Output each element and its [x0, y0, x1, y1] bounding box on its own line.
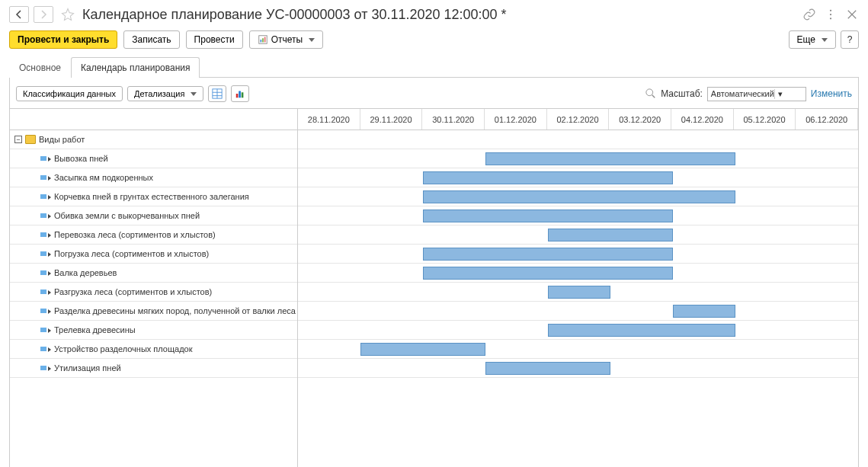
task-row[interactable]: Засыпка ям подкоренных	[10, 168, 297, 187]
svg-point-0	[830, 10, 831, 11]
svg-rect-11	[236, 94, 239, 98]
more-button[interactable]: Еще	[789, 30, 836, 49]
task-label: Разделка древесины мягких пород, получен…	[54, 306, 296, 315]
report-icon	[258, 34, 268, 45]
task-row[interactable]: Валка деревьев	[10, 264, 297, 283]
svg-rect-13	[242, 92, 244, 98]
zoom-icon[interactable]	[645, 88, 656, 99]
date-header-cell: 06.12.2020	[796, 109, 858, 130]
chart-row	[298, 283, 858, 302]
chart-row	[298, 245, 858, 264]
task-row[interactable]: Обивка земли с выкорчеванных пней	[10, 206, 297, 226]
task-icon	[40, 212, 51, 219]
classification-button[interactable]: Классификация данных	[16, 86, 123, 101]
reports-button[interactable]: Отчеты	[249, 30, 323, 49]
date-header-cell: 03.12.2020	[609, 109, 671, 130]
task-icon	[40, 231, 51, 238]
nav-back-button[interactable]	[9, 6, 29, 23]
svg-line-15	[652, 95, 655, 98]
task-label: Перевозка леса (сортиментов и хлыстов)	[54, 230, 216, 239]
task-icon	[40, 155, 51, 162]
task-icon	[40, 307, 51, 315]
chart-icon	[235, 88, 245, 99]
change-link[interactable]: Изменить	[811, 88, 852, 99]
task-icon	[40, 345, 51, 353]
gantt-bar[interactable]	[485, 362, 610, 375]
gantt-bar[interactable]	[423, 210, 673, 222]
date-header-cell: 02.12.2020	[547, 109, 610, 130]
svg-point-2	[830, 18, 831, 19]
task-label: Валка деревьев	[54, 268, 117, 277]
nav-forward-button[interactable]	[34, 6, 53, 23]
chevron-down-icon: ▾	[774, 89, 802, 99]
chart-row	[298, 302, 858, 321]
task-label: Устройство разделочных площадок	[54, 344, 193, 353]
task-row[interactable]: Разгрузка леса (сортиментов и хлыстов)	[10, 283, 297, 302]
date-header-cell: 28.11.2020	[298, 109, 360, 130]
chart-row	[298, 187, 858, 206]
table-view-button[interactable]	[208, 85, 226, 102]
task-row[interactable]: Корчевка пней в грунтах естественного за…	[10, 187, 297, 206]
task-icon	[40, 250, 51, 257]
date-header-cell: 04.12.2020	[671, 109, 734, 130]
gantt-bar[interactable]	[423, 171, 673, 184]
task-row[interactable]: Погрузка леса (сортиментов и хлыстов)	[10, 245, 297, 264]
gantt-bar[interactable]	[360, 343, 485, 356]
svg-rect-4	[260, 40, 261, 43]
gantt-bar[interactable]	[548, 286, 610, 299]
svg-point-14	[646, 89, 653, 96]
task-label: Корчевка пней в грунтах естественного за…	[54, 192, 249, 201]
task-row[interactable]: Вывозка пней	[10, 149, 297, 168]
gantt-bar[interactable]	[548, 229, 673, 241]
detail-button[interactable]: Детализация	[127, 86, 203, 101]
chart-row	[298, 149, 858, 168]
tab-calendar[interactable]: Календарь планирования	[71, 57, 200, 78]
svg-rect-5	[262, 38, 264, 42]
page-title: Календарное планирование УС-00000003 от …	[82, 7, 798, 23]
svg-rect-6	[264, 37, 265, 43]
chart-row	[298, 264, 858, 283]
arrow-left-icon	[14, 10, 24, 19]
gantt-bar[interactable]	[423, 267, 673, 280]
link-icon[interactable]	[802, 8, 816, 21]
close-icon[interactable]	[845, 8, 859, 21]
chart-row-group	[298, 130, 858, 149]
chart-row	[298, 340, 858, 359]
chart-row	[298, 321, 858, 340]
task-icon	[40, 364, 51, 372]
tab-main[interactable]: Основное	[9, 57, 71, 78]
task-label: Трелевка древесины	[54, 325, 136, 334]
post-and-close-button[interactable]: Провести и закрыть	[9, 30, 117, 49]
date-header-cell: 05.12.2020	[734, 109, 796, 130]
date-header-cell: 30.11.2020	[422, 109, 485, 130]
task-row[interactable]: Разделка древесины мягких пород, получен…	[10, 302, 297, 321]
task-label: Разгрузка леса (сортиментов и хлыстов)	[54, 287, 212, 296]
task-row[interactable]: Перевозка леса (сортиментов и хлыстов)	[10, 226, 297, 245]
task-row[interactable]: Устройство разделочных площадок	[10, 340, 297, 359]
task-row[interactable]: Трелевка древесины	[10, 321, 297, 340]
folder-icon	[25, 135, 36, 144]
save-button[interactable]: Записать	[123, 30, 179, 49]
task-group-row[interactable]: − Виды работ	[10, 130, 297, 149]
more-vertical-icon[interactable]	[824, 8, 838, 21]
help-button[interactable]: ?	[841, 30, 859, 49]
gantt-bar[interactable]	[423, 190, 735, 203]
svg-rect-12	[239, 91, 242, 98]
collapse-icon[interactable]: −	[14, 136, 22, 143]
gantt-bar[interactable]	[548, 324, 735, 337]
task-icon	[40, 193, 51, 200]
post-button[interactable]: Провести	[186, 30, 243, 49]
task-row[interactable]: Утилизация пней	[10, 359, 297, 378]
task-icon	[40, 174, 51, 181]
gantt-bar[interactable]	[423, 248, 673, 261]
chart-row	[298, 206, 858, 226]
arrow-right-icon	[39, 10, 48, 19]
gantt-bar[interactable]	[673, 305, 735, 318]
favorite-star-icon[interactable]	[61, 8, 75, 21]
chart-row	[298, 168, 858, 187]
task-label: Погрузка леса (сортиментов и хлыстов)	[54, 249, 209, 258]
scale-select[interactable]: Автоматический ▾	[707, 87, 806, 101]
svg-point-1	[830, 14, 831, 15]
gantt-bar[interactable]	[485, 152, 735, 165]
chart-view-button[interactable]	[231, 85, 249, 102]
